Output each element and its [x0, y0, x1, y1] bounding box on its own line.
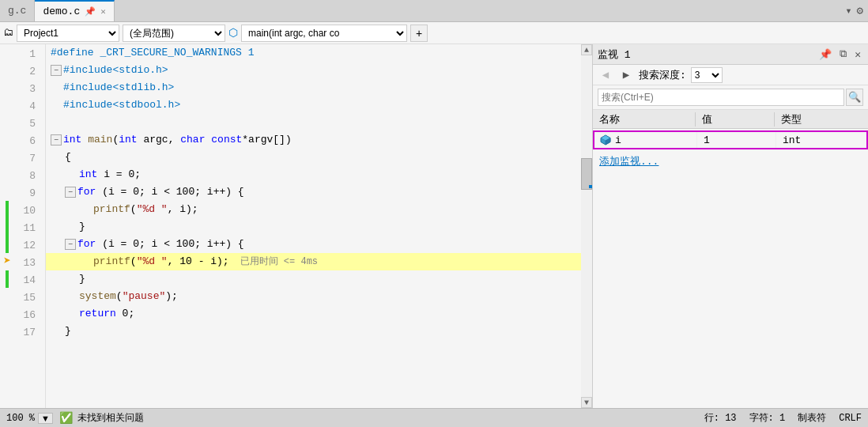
code-line-2: −#include<stdio.h> [46, 62, 581, 79]
watch-pin-button[interactable]: 📌 [817, 48, 834, 61]
scroll-up-button[interactable]: ▲ [581, 44, 592, 55]
scroll-down-button[interactable]: ▼ [581, 397, 592, 408]
status-bar: 100 % ▼ ✅ 未找到相关问题 行: 13 字符: 1 制表符 CRLF [0, 408, 868, 427]
gutter-16 [0, 305, 14, 323]
code-line-5 [46, 114, 581, 131]
code-line-11: } [46, 218, 581, 236]
gutter-13: ➤ [0, 253, 14, 270]
code-line-6: −int main(int argc, char const*argv[]) [46, 131, 581, 149]
watch-col-value-header: 值 [696, 112, 775, 127]
toolbar-left: 🗂 Project1 (全局范围) ⬡ main(int argc, char … [0, 25, 593, 42]
watch-table-header: 名称 值 类型 [593, 110, 868, 129]
add-watch-toolbar-button[interactable]: + [410, 25, 428, 42]
code-line-14: } [46, 270, 581, 288]
pin-icon: 📌 [85, 6, 96, 17]
gutter-9 [0, 183, 14, 201]
watch-header: 监视 1 📌 ⧉ ✕ [593, 44, 868, 65]
gear-icon[interactable]: ⚙ [857, 4, 863, 17]
watch-pane: 监视 1 📌 ⧉ ✕ ◀ ▶ 搜索深度: 3 🔍 名称 值 类型 [593, 44, 868, 408]
gutter-14 [0, 270, 14, 288]
code-line-4: #include<stdbool.h> [46, 96, 581, 114]
tab-bar-actions: ▾ ⚙ [845, 4, 868, 17]
left-gutter: ➤ [0, 44, 14, 408]
watch-col-type-header: 类型 [775, 112, 868, 127]
watch-row-value-0: 1 [697, 132, 776, 148]
watch-toolbar: ◀ ▶ 搜索深度: 3 [593, 65, 868, 85]
fold-12[interactable]: − [65, 239, 76, 250]
code-line-3: #include<stdlib.h> [46, 79, 581, 96]
tab-indicator: 制表符 [798, 411, 826, 425]
close-tab-button[interactable]: ✕ [100, 6, 106, 17]
gutter-8 [0, 166, 14, 183]
dropdown-tabs-icon[interactable]: ▾ [845, 4, 851, 17]
watch-depth-label: 搜索深度: [639, 68, 686, 82]
main-area: ➤ 1 2 3 4 5 6 7 8 9 10 11 12 [0, 44, 868, 408]
var-icon [599, 134, 612, 146]
project-icon: 🗂 [3, 27, 13, 39]
tab-demo-c-label: demo.c [43, 6, 80, 17]
code-line-15: system("pause"); [46, 288, 581, 305]
tab-demo-c[interactable]: demo.c 📌 ✕ [35, 0, 114, 21]
status-message: 未找到相关问题 [77, 411, 704, 425]
code-lines: #define _CRT_SECURE_NO_WARNINGS 1 −#incl… [46, 44, 581, 340]
function-select[interactable]: main(int argc, char co [241, 25, 407, 42]
watch-search-button[interactable]: 🔍 [846, 89, 863, 106]
code-line-10: printf("%d ", i); [46, 201, 581, 218]
code-content[interactable]: #define _CRT_SECURE_NO_WARNINGS 1 −#incl… [46, 44, 581, 408]
zoom-dropdown-button[interactable]: ▼ [38, 413, 53, 424]
watch-search-bar: 🔍 [593, 85, 868, 110]
fold-2[interactable]: − [51, 65, 62, 76]
code-line-8: int i = 0; [46, 166, 581, 183]
watch-back-button[interactable]: ◀ [598, 67, 613, 83]
toolbar: 🗂 Project1 (全局范围) ⬡ main(int argc, char … [0, 22, 868, 44]
add-watch-link[interactable]: 添加监视... [593, 151, 868, 172]
gutter-3 [0, 79, 14, 96]
watch-row-0[interactable]: i 1 int [593, 130, 868, 149]
cube-icon: ⬡ [228, 26, 238, 40]
gutter-17 [0, 323, 14, 340]
code-pane: ➤ 1 2 3 4 5 6 7 8 9 10 11 12 [0, 44, 593, 408]
code-line-17: } [46, 323, 581, 340]
code-line-9: −for (i = 0; i < 100; i++) { [46, 183, 581, 201]
gutter-5 [0, 114, 14, 131]
current-line-arrow: ➤ [3, 255, 11, 268]
tab-bar: g.c demo.c 📌 ✕ ▾ ⚙ [0, 0, 868, 22]
status-right: 行: 13 字符: 1 制表符 CRLF [704, 411, 862, 425]
mini-map-indicator [589, 185, 592, 188]
status-ok-icon: ✅ [59, 411, 73, 425]
watch-depth-select[interactable]: 3 [691, 67, 723, 83]
tab-g-c[interactable]: g.c [0, 0, 35, 21]
gutter-15 [0, 288, 14, 305]
watch-row-name-0: i [594, 132, 697, 148]
project-select[interactable]: Project1 [17, 25, 119, 42]
tab-g-c-label: g.c [8, 5, 26, 17]
zoom-level: 100 % [6, 413, 35, 424]
gutter-10 [0, 201, 14, 218]
gutter-4 [0, 96, 14, 114]
code-line-16: return 0; [46, 305, 581, 323]
watch-float-button[interactable]: ⧉ [837, 48, 849, 60]
watch-title: 监视 1 [598, 47, 813, 62]
watch-row-type-0: int [776, 132, 866, 148]
watch-search-input[interactable] [598, 89, 844, 106]
watch-var-name: i [615, 134, 621, 146]
gutter-12 [0, 236, 14, 253]
scope-select[interactable]: (全局范围) [123, 25, 225, 42]
scroll-track[interactable] [581, 55, 592, 397]
code-scrollbar[interactable]: ▲ ▼ [581, 44, 592, 408]
gutter-7 [0, 149, 14, 166]
code-line-12: −for (i = 0; i < 100; i++) { [46, 236, 581, 253]
fold-6[interactable]: − [51, 134, 62, 145]
gutter-2 [0, 62, 14, 79]
watch-close-button[interactable]: ✕ [852, 48, 863, 61]
gutter-1 [0, 44, 14, 62]
fold-9[interactable]: − [65, 187, 76, 198]
watch-col-name-header: 名称 [593, 112, 696, 127]
eol-indicator: CRLF [839, 413, 862, 424]
watch-fwd-button[interactable]: ▶ [618, 67, 634, 83]
gutter-11 [0, 218, 14, 236]
code-line-13: printf("%d ", 10 - i); 已用时间 <= 4ms [46, 253, 581, 270]
row-position: 行: 13 [704, 411, 737, 425]
code-line-7: { [46, 149, 581, 166]
line-numbers: 1 2 3 4 5 6 7 8 9 10 11 12 13 14 15 16 1… [14, 44, 46, 408]
